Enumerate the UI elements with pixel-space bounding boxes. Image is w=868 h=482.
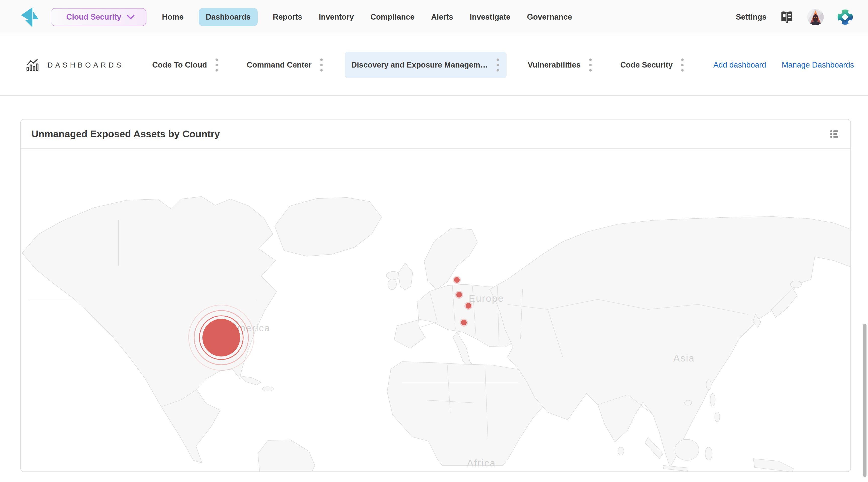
nav-item-compliance[interactable]: Compliance bbox=[369, 8, 416, 26]
world-map[interactable]: America Europe Asia Africa bbox=[21, 149, 850, 472]
cortex-copilot-icon[interactable] bbox=[837, 9, 854, 25]
nav-item-inventory[interactable]: Inventory bbox=[317, 8, 355, 26]
manage-dashboards-link[interactable]: Manage Dashboards bbox=[782, 61, 854, 69]
nav-item-reports[interactable]: Reports bbox=[271, 8, 304, 26]
dashboard-tab-code-to-cloud[interactable]: Code To Cloud bbox=[146, 52, 225, 78]
dashboards-section-label: DASHBOARDS bbox=[26, 59, 124, 71]
map-markers-layer bbox=[21, 149, 850, 472]
user-avatar[interactable] bbox=[807, 9, 824, 25]
add-dashboard-link[interactable]: Add dashboard bbox=[713, 61, 766, 69]
dashboards-label-text: DASHBOARDS bbox=[48, 61, 124, 69]
asset-dot-europe-1[interactable] bbox=[449, 272, 465, 288]
legend-list-icon[interactable] bbox=[830, 129, 841, 139]
nav-item-investigate[interactable]: Investigate bbox=[468, 8, 512, 26]
dashboard-tab-command-center[interactable]: Command Center bbox=[240, 52, 330, 78]
settings-link[interactable]: Settings bbox=[736, 12, 767, 22]
dashboard-tab-code-security[interactable]: Code Security bbox=[614, 52, 691, 78]
nav-item-alerts[interactable]: Alerts bbox=[430, 8, 455, 26]
page-scrollbar[interactable] bbox=[863, 324, 867, 477]
chevron-down-icon bbox=[126, 14, 135, 20]
dashboard-tab-discovery-exposure[interactable]: Discovery and Exposure Managem… bbox=[345, 52, 506, 78]
asset-dot-europe-3[interactable] bbox=[460, 298, 476, 314]
kebab-menu-icon[interactable] bbox=[496, 58, 500, 72]
nav-item-dashboards[interactable]: Dashboards bbox=[199, 8, 258, 26]
nav-item-home[interactable]: Home bbox=[160, 8, 185, 26]
kebab-menu-icon[interactable] bbox=[588, 58, 593, 72]
product-switcher-dropdown[interactable]: Cloud Security bbox=[51, 8, 147, 26]
widget-title: Unmanaged Exposed Assets by Country bbox=[31, 129, 220, 139]
topbar-right-group: Settings bbox=[736, 9, 854, 25]
chart-icon bbox=[26, 59, 39, 71]
top-navigation-bar: Cloud Security Home Dashboards Reports I… bbox=[0, 0, 868, 34]
kebab-menu-icon[interactable] bbox=[680, 58, 685, 72]
documentation-book-icon[interactable] bbox=[780, 10, 794, 24]
dashboard-tab-vulnerabilities[interactable]: Vulnerabilities bbox=[521, 52, 599, 78]
widget-header: Unmanaged Exposed Assets by Country bbox=[21, 120, 850, 149]
map-widget-card: Unmanaged Exposed Assets by Country bbox=[20, 119, 851, 472]
main-nav: Home Dashboards Reports Inventory Compli… bbox=[160, 8, 574, 26]
asset-bubble-north-america[interactable] bbox=[181, 297, 261, 378]
nav-item-governance[interactable]: Governance bbox=[525, 8, 574, 26]
kebab-menu-icon[interactable] bbox=[319, 58, 324, 72]
asset-dot-europe-4[interactable] bbox=[456, 315, 472, 331]
kebab-menu-icon[interactable] bbox=[215, 58, 219, 72]
dashboard-actions: Add dashboard Manage Dashboards bbox=[713, 61, 854, 69]
product-switcher-label: Cloud Security bbox=[66, 12, 121, 22]
product-logo-icon[interactable] bbox=[18, 5, 40, 29]
dashboards-toolbar: DASHBOARDS Code To Cloud Command Center … bbox=[0, 35, 868, 96]
